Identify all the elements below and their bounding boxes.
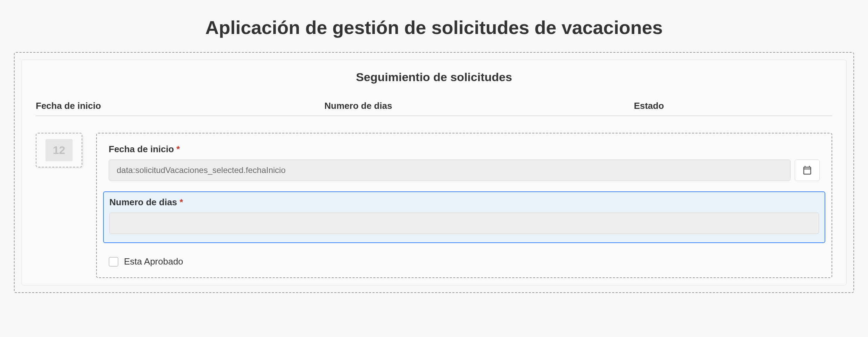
- label-numero-dias: Numero de dias *: [109, 197, 819, 208]
- required-marker: *: [176, 144, 180, 154]
- label-fecha-inicio-text: Fecha de inicio: [109, 144, 174, 154]
- label-numero-dias-text: Numero de dias: [109, 197, 177, 207]
- app-title: Aplicación de gestión de solicitudes de …: [0, 0, 868, 52]
- field-fecha-inicio: Fecha de inicio *: [109, 144, 820, 181]
- esta-aprobado-checkbox[interactable]: [109, 257, 118, 267]
- design-canvas-outer: Seguimientio de solicitudes Fecha de ini…: [14, 52, 854, 293]
- label-esta-aprobado: Esta Aprobado: [124, 256, 183, 267]
- panel-seguimiento: Seguimientio de solicitudes Fecha de ini…: [22, 60, 846, 285]
- column-headers: Fecha de inicio Numero de dias Estado: [36, 101, 832, 116]
- numero-dias-input[interactable]: [109, 213, 819, 234]
- label-fecha-inicio: Fecha de inicio *: [109, 144, 820, 155]
- field-numero-dias-selected[interactable]: Numero de dias *: [103, 191, 825, 243]
- column-header-numero-dias: Numero de dias: [234, 101, 523, 111]
- record-placeholder-tile[interactable]: 12: [36, 133, 82, 167]
- fecha-inicio-input[interactable]: [109, 159, 791, 181]
- column-header-fecha-inicio: Fecha de inicio: [36, 101, 234, 111]
- field-esta-aprobado: Esta Aprobado: [109, 253, 820, 267]
- calendar-icon: [802, 165, 812, 175]
- content-row: 12 Fecha de inicio *: [36, 133, 832, 278]
- section-title: Seguimientio de solicitudes: [36, 70, 832, 84]
- record-placeholder-number: 12: [45, 139, 73, 161]
- calendar-button[interactable]: [795, 159, 820, 181]
- fecha-inicio-input-row: [109, 159, 820, 181]
- required-marker: *: [180, 197, 183, 207]
- column-header-estado: Estado: [523, 101, 832, 111]
- detail-form-container[interactable]: Fecha de inicio *: [96, 133, 832, 278]
